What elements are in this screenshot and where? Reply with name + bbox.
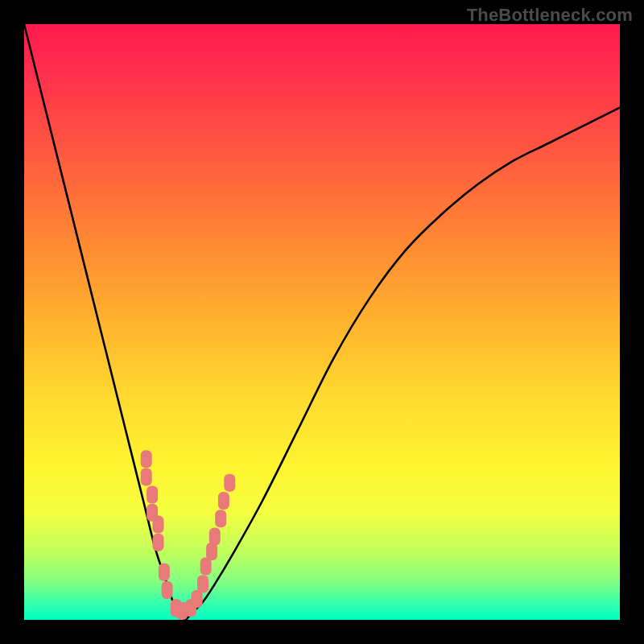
marker-point <box>162 581 173 599</box>
marker-point <box>206 543 217 560</box>
marker-point <box>159 564 170 581</box>
marker-point <box>185 599 196 617</box>
marker-point <box>147 504 158 522</box>
marker-point <box>218 492 229 510</box>
marker-point <box>209 527 221 545</box>
marker-point <box>153 516 164 534</box>
watermark-text: TheBottleneck.com <box>467 5 633 26</box>
bottleneck-curve-path <box>24 24 620 620</box>
marker-point <box>200 557 212 575</box>
marker-point <box>171 599 182 617</box>
marker-point <box>176 602 188 620</box>
bottleneck-curve <box>24 24 620 620</box>
marker-point <box>197 576 208 593</box>
marker-point <box>141 450 152 468</box>
chart-frame: TheBottleneck.com <box>0 0 644 644</box>
plot-area <box>24 24 620 620</box>
marker-point <box>215 510 226 527</box>
curve-markers <box>141 450 236 620</box>
marker-point <box>192 590 203 608</box>
marker-point <box>153 534 164 551</box>
marker-point <box>141 468 152 485</box>
curve-layer <box>24 24 620 620</box>
marker-point <box>224 474 235 492</box>
marker-point <box>147 486 158 504</box>
